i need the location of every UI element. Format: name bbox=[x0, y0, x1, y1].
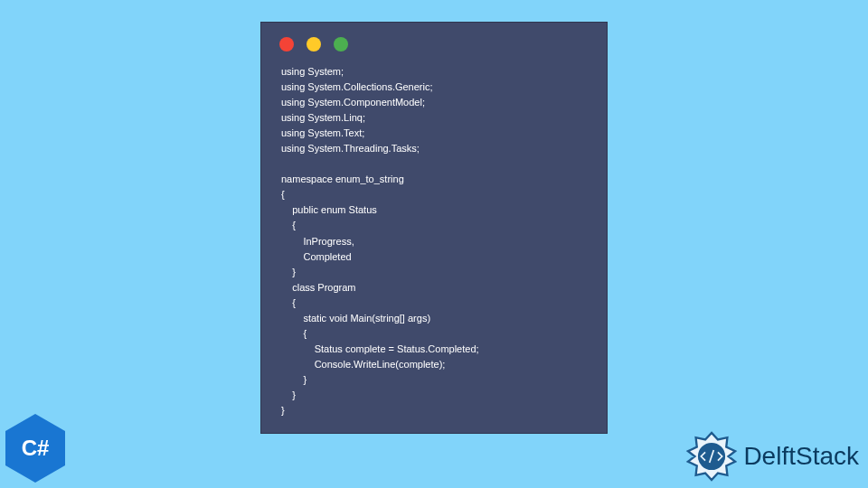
delftstack-label: DelftStack bbox=[743, 442, 859, 471]
maximize-icon bbox=[334, 37, 348, 52]
hexagon-icon: C# bbox=[5, 414, 65, 483]
window-controls bbox=[261, 23, 607, 61]
csharp-label: C# bbox=[22, 436, 50, 461]
code-window: using System; using System.Collections.G… bbox=[260, 22, 608, 434]
delftstack-logo: DelftStack bbox=[685, 430, 859, 483]
csharp-badge: C# bbox=[5, 414, 65, 483]
gear-flower-icon bbox=[685, 430, 738, 483]
close-icon bbox=[279, 37, 294, 52]
code-block: using System; using System.Collections.G… bbox=[261, 61, 607, 435]
minimize-icon bbox=[307, 37, 321, 52]
